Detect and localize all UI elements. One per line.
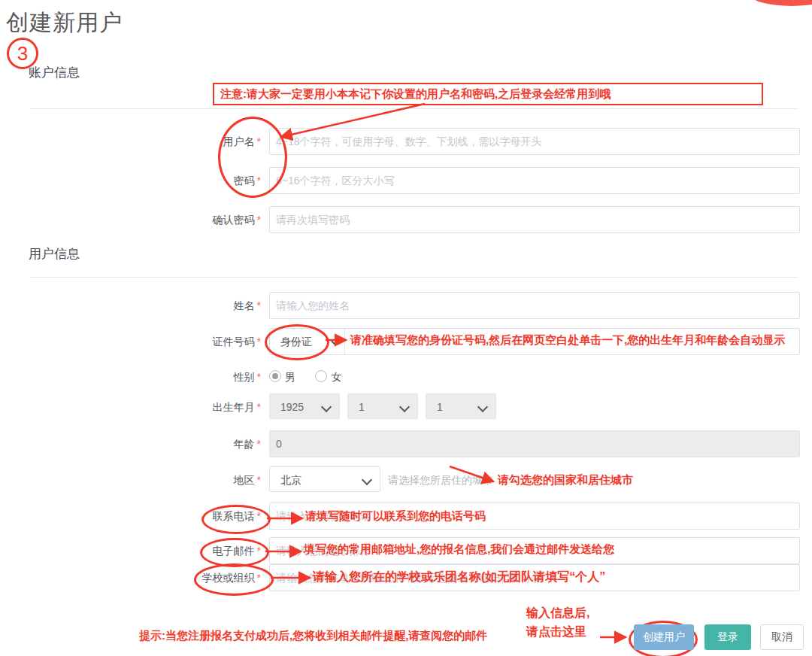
create-user-button[interactable]: 创建用户 [634,624,694,650]
id-type-select[interactable]: 身份证 [270,329,345,354]
bottom-tip-annotation: 提示:当您注册报名支付成功后,您将收到相关邮件提醒,请查阅您的邮件 [139,629,487,643]
birth-date-label: 出生年月* [0,393,261,421]
user-section-heading: 用户信息 [29,245,80,263]
age-label: 年龄* [0,430,261,457]
confirm-password-label: 确认密码* [0,206,261,233]
region-hint: 请选择您所居住的城市 [388,466,493,494]
gender-row: 性别* 男 女 [0,366,812,388]
name-input[interactable] [269,292,800,319]
cropped-annotation-top-right [750,0,812,6]
confirm-password-row: 确认密码* [0,206,812,233]
phone-label: 联系电话* [0,503,261,530]
birth-year-select[interactable]: 1925 [269,393,340,419]
note-annotation-box: 注意:请大家一定要用小本本记下你设置的用户名和密码,之后登录会经常用到哦 [213,83,763,105]
chevron-down-icon [399,402,410,412]
gender-female-label: 女 [331,371,341,383]
account-section-heading: 账户信息 [29,64,80,81]
password-row: 密码* [0,167,812,194]
name-row: 姓名* [0,292,812,319]
submit-tip-line2: 请点击这里 [526,624,586,640]
username-label: 用户名* [0,128,261,155]
name-label: 姓名* [0,292,261,319]
birth-date-row: 出生年月* 1925 1 1 [0,393,812,421]
gender-male-label: 男 [285,371,295,383]
gender-radio-female[interactable] [315,370,327,382]
confirm-password-input[interactable] [269,206,800,233]
gender-radio-male[interactable] [269,370,281,382]
school-tip-annotation: 请输入您所在的学校或乐团名称(如无团队请填写“个人” [313,569,605,585]
username-row: 用户名* [0,128,812,155]
region-select[interactable]: 北京 [269,466,380,492]
page-title: 创建新用户 [6,8,123,38]
id-tip-annotation: 请准确填写您的身份证号码,然后在网页空白处单击一下,您的出生年月和年龄会自动显示 [350,331,812,348]
school-label: 学校或组织* [0,564,261,591]
phone-tip-annotation: 请填写随时可以联系到您的电话号码 [305,509,486,524]
id-number-label: 证件号码* [0,328,261,355]
section-divider-2 [30,277,798,278]
email-tip-annotation: 填写您的常用邮箱地址,您的报名信息,我们会通过邮件发送给您 [304,542,614,557]
gender-label: 性别* [0,366,261,388]
region-tip-annotation: 请勾选您的国家和居住城市 [498,473,633,487]
create-user-page: 创建新用户 3 账户信息 注意:请大家一定要用小本本记下你设置的用户名和密码,之… [0,0,812,656]
submit-tip-line1: 输入信息后, [526,606,589,621]
login-button[interactable]: 登录 [704,624,751,650]
chevron-down-icon [362,475,372,485]
age-row: 年龄* [0,430,812,457]
password-input[interactable] [269,167,800,194]
chevron-down-icon [321,402,332,412]
cancel-button[interactable]: 取消 [760,624,804,650]
region-label: 地区* [0,466,261,494]
chevron-down-icon [331,337,339,345]
birth-month-select[interactable]: 1 [347,393,418,419]
section-divider [30,108,798,109]
chevron-down-icon [477,402,488,412]
age-input [269,430,800,457]
birth-day-select[interactable]: 1 [426,393,496,419]
region-row: 地区* 北京 请选择您所居住的城市 [0,466,812,494]
email-label: 电子邮件* [0,537,261,564]
password-label: 密码* [0,167,261,194]
username-input[interactable] [269,128,800,155]
